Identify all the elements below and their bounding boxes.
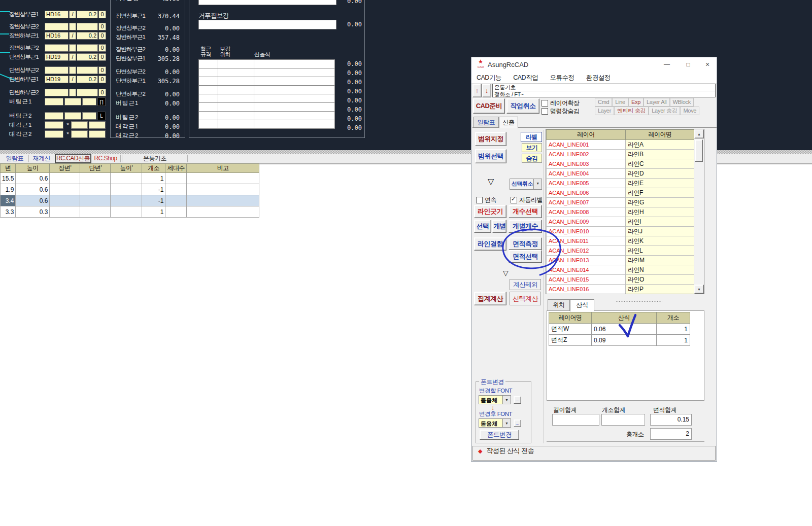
dropdown-arrow-icon[interactable]: ▼ <box>502 396 511 404</box>
layer-row[interactable]: ACAN_LINE014라인N <box>547 265 695 275</box>
checkbox-icon[interactable] <box>542 100 548 107</box>
rebar-spacing-input[interactable]: 0.2 <box>77 53 98 61</box>
rebar-size-input[interactable]: HD19 <box>45 76 69 83</box>
tab-rc-cad-output[interactable]: RC.CAD산출 <box>55 154 91 163</box>
rebar-spacing-input[interactable]: 0.2 <box>77 76 98 83</box>
rebar-count-input[interactable]: 0 <box>98 23 106 30</box>
layer-scrollbar[interactable]: ▲ ▼ <box>694 129 704 294</box>
rebar-slash-input[interactable]: / <box>69 76 76 83</box>
rebar-slash-input[interactable] <box>69 89 76 96</box>
rebar-slash-input[interactable]: / <box>69 32 76 40</box>
rebar-spacing-input[interactable] <box>77 66 98 74</box>
rebar-slash-input[interactable]: / <box>69 11 76 18</box>
select-button[interactable]: 선택 <box>474 220 491 233</box>
formula-result-row[interactable]: 면적Z0.091 <box>549 335 690 346</box>
formula-row[interactable] <box>199 60 335 68</box>
font-before-combo[interactable]: 돋움체 ▼ <box>479 395 511 404</box>
cancel-work-button[interactable]: 작업취소 <box>506 98 539 114</box>
menu-cad-work[interactable]: CAD작업 <box>508 72 543 82</box>
layer-row[interactable]: ACAN_LINE016라인P <box>547 285 695 294</box>
dropdown-arrow-icon[interactable]: ▼ <box>533 179 542 189</box>
grid-row[interactable]: 15.50.6 1 <box>1 173 259 184</box>
layer-row[interactable]: ACAN_LINE003라인C <box>547 159 695 169</box>
rebar-count-input[interactable]: 0 <box>98 66 106 74</box>
brace-input[interactable] <box>45 98 63 106</box>
splitter-grip[interactable] <box>616 300 662 302</box>
tab-output[interactable]: 산출 <box>499 117 518 128</box>
view-button[interactable]: 보기 <box>522 143 542 152</box>
layer-row[interactable]: ACAN_LINE005라인E <box>547 179 695 188</box>
scroll-down-icon[interactable]: ▼ <box>694 285 704 294</box>
layer-row[interactable]: ACAN_LINE008라인H <box>547 207 695 217</box>
formula-row[interactable] <box>199 112 335 120</box>
diagonal-input[interactable] <box>71 130 88 138</box>
rebar-spacing-input[interactable] <box>77 89 98 96</box>
brace-input[interactable] <box>64 112 81 120</box>
tab-mat-foundation[interactable]: 온통기초 <box>123 154 187 163</box>
layer-row[interactable]: ACAN_LINE007라인G <box>547 198 695 207</box>
brace-input[interactable] <box>82 112 96 120</box>
layer-row[interactable]: ACAN_LINE012라인L <box>547 246 695 256</box>
rebar-count-input[interactable]: 0 <box>98 11 106 18</box>
individual-count-button[interactable]: 개별개수 <box>509 220 542 233</box>
length-total-field[interactable] <box>552 414 599 426</box>
toolbar-button[interactable]: 엔티티 숨김 <box>614 107 649 115</box>
formula-row[interactable] <box>199 77 335 86</box>
auto-label-checkbox[interactable]: ✓ 자동라벨 <box>511 196 543 203</box>
rebar-size-input[interactable] <box>45 44 69 52</box>
individual-button[interactable]: 개별 <box>492 220 506 233</box>
font-change-button[interactable]: 폰트변경 <box>480 430 519 440</box>
nav-up-button[interactable]: ↑ <box>472 84 482 97</box>
formwork-input-clipped[interactable] <box>198 0 336 5</box>
tab-list-view[interactable]: 일람표 <box>473 117 499 127</box>
formula-row[interactable] <box>199 94 335 103</box>
tab-recalc[interactable]: 재계산 <box>29 154 54 163</box>
rebar-size-input[interactable]: HD16 <box>45 11 69 18</box>
area-measure-button[interactable]: 면적측정 <box>509 237 542 250</box>
formula-result-row[interactable]: 면적W0.061 <box>549 324 690 335</box>
toolbar-button[interactable]: Exp <box>628 98 644 107</box>
font-browse-button[interactable]: ... <box>514 419 521 427</box>
grid-row[interactable]: 3.30.3 1 <box>1 206 259 218</box>
menu-cad-functions[interactable]: CAD기능 <box>471 72 506 82</box>
menu-settings[interactable]: 환경설정 <box>581 72 616 82</box>
formula-row[interactable] <box>199 120 335 129</box>
cad-ready-button[interactable]: CAD준비 <box>473 98 505 114</box>
toolbar-button[interactable]: Layer All <box>644 98 670 107</box>
rebar-size-input[interactable]: HD16 <box>45 32 69 40</box>
checkbox-checked-icon[interactable]: ✓ <box>511 197 517 203</box>
hide-command-checkbox[interactable]: 명령창숨김 <box>542 108 580 115</box>
rebar-spacing-input[interactable]: 0.2 <box>77 11 98 18</box>
layer-row[interactable]: ACAN_LINE015라인O <box>547 275 695 285</box>
scroll-thumb[interactable] <box>695 139 703 162</box>
hide-button[interactable]: 숨김 <box>522 154 542 163</box>
rebar-spacing-input[interactable] <box>77 44 98 52</box>
diagonal-input[interactable] <box>45 130 63 138</box>
brace-input[interactable] <box>82 98 96 106</box>
checkbox-icon[interactable] <box>476 197 483 203</box>
toolbar-button[interactable]: Layer 숨김 <box>649 107 680 115</box>
layer-row[interactable]: ACAN_LINE002라인B <box>547 150 695 159</box>
tab-rc-shop[interactable]: RC.Shop <box>92 154 119 163</box>
menu-error-fix[interactable]: 오류수정 <box>545 72 580 82</box>
nav-down-button[interactable]: ↓ <box>482 84 491 97</box>
rebar-slash-input[interactable] <box>69 23 76 30</box>
layer-row[interactable]: ACAN_LINE010라인J <box>547 227 695 236</box>
area-total-field[interactable]: 0.15 <box>650 414 692 426</box>
close-button[interactable]: × <box>700 59 715 69</box>
rebar-size-input[interactable] <box>45 89 69 96</box>
rebar-slash-input[interactable] <box>69 44 76 52</box>
toolbar-button[interactable]: Move <box>680 107 699 115</box>
rebar-spacing-input[interactable] <box>77 23 98 30</box>
rebar-count-input[interactable]: 0 <box>98 32 106 40</box>
rebar-slash-input[interactable] <box>69 66 76 74</box>
area-select-button[interactable]: 면적선택 <box>509 250 542 263</box>
diagonal-input[interactable] <box>89 130 106 138</box>
tab-formula[interactable]: 산식 <box>570 299 594 311</box>
formula-row[interactable] <box>199 86 335 94</box>
rebar-count-input[interactable]: 0 <box>98 44 106 52</box>
brace-input[interactable] <box>45 112 63 120</box>
toolbar-button[interactable]: WBlock <box>670 98 694 107</box>
range-set-button[interactable]: 범위지정 <box>475 132 506 146</box>
diagonal-input[interactable] <box>89 121 106 129</box>
